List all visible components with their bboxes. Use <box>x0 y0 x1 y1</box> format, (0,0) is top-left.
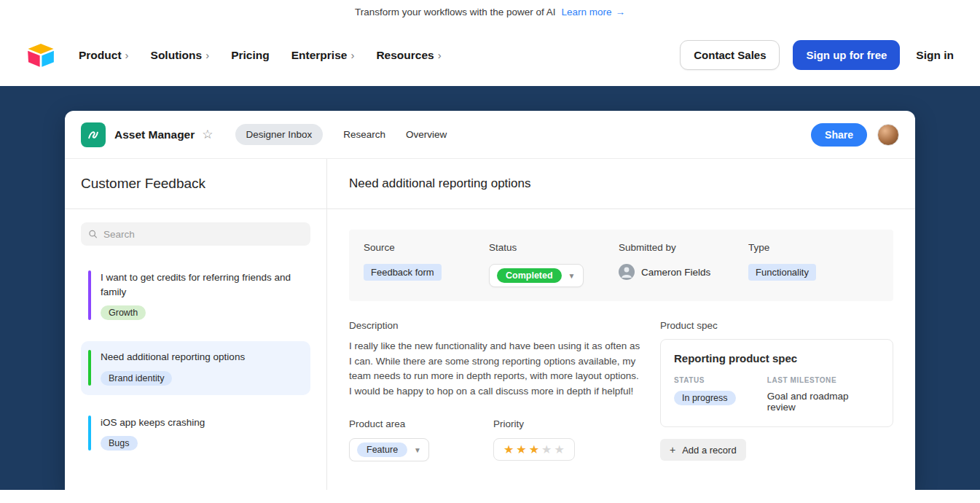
field-status-label: Status <box>489 242 619 253</box>
tab-research[interactable]: Research <box>343 129 385 140</box>
field-type-value[interactable]: Functionality <box>748 264 816 281</box>
feedback-item-title: Need additional reporting options <box>101 350 245 364</box>
nav-pricing-label: Pricing <box>231 49 270 62</box>
feedback-item-ios-crashing[interactable]: iOS app keeps crashing Bugs <box>81 407 310 461</box>
nav-resources[interactable]: Resources › <box>376 49 441 62</box>
app-title: Asset Manager <box>114 128 195 141</box>
person-avatar-icon <box>619 264 635 280</box>
feedback-panel: Customer Feedback I <box>65 159 327 490</box>
feedback-panel-body: I want to get credits for referring frie… <box>65 209 326 473</box>
chevron-right-icon: › <box>438 49 442 61</box>
product-area-select[interactable]: Feature ▼ <box>349 438 429 461</box>
nav-actions: Contact Sales Sign up for free Sign in <box>680 40 954 70</box>
user-avatar[interactable] <box>877 124 899 146</box>
airtable-logo[interactable] <box>26 43 57 68</box>
feedback-item-title: I want to get credits for referring frie… <box>101 270 302 299</box>
star-icon: ★ <box>554 442 564 456</box>
priority-stars[interactable]: ★★★★★ <box>493 438 575 461</box>
page-bottom <box>0 490 980 503</box>
search-input[interactable] <box>103 229 303 240</box>
item-color-bar <box>88 270 91 320</box>
chevron-right-icon: › <box>350 49 354 61</box>
banner-link-label: Learn more <box>562 7 612 17</box>
nav-enterprise[interactable]: Enterprise › <box>291 49 355 62</box>
nav-enterprise-label: Enterprise <box>291 49 348 62</box>
field-submitted-by: Submitted by Cameron Fields <box>619 242 748 287</box>
status-value-pill: Completed <box>497 268 562 283</box>
add-record-button[interactable]: + Add a record <box>660 439 746 461</box>
fields-row: Source Feedback form Status Completed ▼ … <box>349 230 893 301</box>
nav-solutions-label: Solutions <box>151 49 203 62</box>
promo-banner: Transform your workflows with the power … <box>0 0 980 24</box>
description-label: Description <box>349 320 642 331</box>
spec-milestone-value: Goal and roadmap review <box>767 391 879 413</box>
main-nav: Product › Solutions › Pricing Enterprise… <box>0 24 980 86</box>
signin-link[interactable]: Sign in <box>916 49 954 62</box>
product-area-field: Product area Feature ▼ <box>349 418 493 461</box>
product-area-value-pill: Feature <box>357 442 407 457</box>
hero-section: Asset Manager ☆ Designer Inbox Research … <box>0 86 980 490</box>
share-button[interactable]: Share <box>811 123 867 147</box>
star-icon: ★ <box>541 442 552 456</box>
spec-milestone-col: LAST MILESTONE Goal and roadmap review <box>767 376 879 413</box>
field-source: Source Feedback form <box>364 242 489 287</box>
feedback-item-title: iOS app keeps crashing <box>101 416 205 430</box>
add-record-label: Add a record <box>682 445 736 456</box>
search-box[interactable] <box>81 222 310 246</box>
feedback-item-tag: Growth <box>101 305 146 320</box>
tab-overview[interactable]: Overview <box>406 129 447 140</box>
product-spec-card[interactable]: Reporting product spec STATUS In progres… <box>660 339 893 427</box>
product-spec-label: Product spec <box>660 320 893 331</box>
app-tabs: Designer Inbox Research Overview <box>235 124 447 145</box>
arrow-right-icon: → <box>616 7 626 17</box>
signup-button[interactable]: Sign up for free <box>793 40 900 70</box>
star-icon: ★ <box>529 442 539 456</box>
feedback-item-tag: Brand identity <box>101 371 172 386</box>
status-select[interactable]: Completed ▼ <box>489 264 584 287</box>
field-source-label: Source <box>364 242 489 253</box>
nav-links: Product › Solutions › Pricing Enterprise… <box>79 49 442 62</box>
field-type-label: Type <box>748 242 879 253</box>
spec-card-meta: STATUS In progress LAST MILESTONE Goal a… <box>674 376 879 413</box>
description-text: I really like the new functionality and … <box>349 339 642 399</box>
nav-product-label: Product <box>79 49 122 62</box>
feedback-item-referral-credits[interactable]: I want to get credits for referring frie… <box>81 262 310 330</box>
feedback-panel-title: Customer Feedback <box>81 176 310 192</box>
detail-bottom-row: Product area Feature ▼ Priority ★★★★★ <box>349 418 642 461</box>
feedback-item-reporting-options[interactable]: Need additional reporting options Brand … <box>81 341 310 395</box>
contact-sales-button[interactable]: Contact Sales <box>680 40 780 70</box>
submitted-by-name: Cameron Fields <box>641 267 710 278</box>
tab-designer-inbox[interactable]: Designer Inbox <box>235 124 324 145</box>
feedback-panel-header: Customer Feedback <box>65 159 326 209</box>
field-submitted-label: Submitted by <box>619 242 748 253</box>
search-icon <box>88 229 98 239</box>
submitted-by-user[interactable]: Cameron Fields <box>619 264 748 280</box>
detail-left-column: Description I really like the new functi… <box>349 320 642 461</box>
detail-panel-header: Need additional reporting options <box>327 159 915 209</box>
spec-milestone-label: LAST MILESTONE <box>767 376 879 384</box>
nav-resources-label: Resources <box>376 49 434 62</box>
chevron-down-icon: ▼ <box>414 446 421 454</box>
item-color-bar <box>88 416 91 451</box>
nav-pricing[interactable]: Pricing <box>231 49 270 62</box>
detail-panel: Need additional reporting options Source… <box>327 159 915 490</box>
app-window-header: Asset Manager ☆ Designer Inbox Research … <box>65 111 915 159</box>
product-area-label: Product area <box>349 418 493 429</box>
spec-status-col: STATUS In progress <box>674 376 767 413</box>
nav-product[interactable]: Product › <box>79 49 129 62</box>
nav-solutions[interactable]: Solutions › <box>151 49 210 62</box>
detail-panel-body: Source Feedback form Status Completed ▼ … <box>327 209 915 461</box>
favorite-star-icon[interactable]: ☆ <box>202 127 213 142</box>
plus-icon: + <box>670 444 675 456</box>
item-color-bar <box>88 350 91 386</box>
spec-card-title: Reporting product spec <box>674 352 879 364</box>
feedback-item-tag: Bugs <box>101 436 138 451</box>
detail-right-column: Product spec Reporting product spec STAT… <box>660 320 893 461</box>
detail-columns: Description I really like the new functi… <box>349 320 893 461</box>
app-window: Asset Manager ☆ Designer Inbox Research … <box>65 111 915 490</box>
chevron-right-icon: › <box>205 49 209 61</box>
banner-learn-more-link[interactable]: Learn more → <box>562 7 626 17</box>
spec-status-label: STATUS <box>674 376 767 384</box>
field-source-value[interactable]: Feedback form <box>364 264 442 281</box>
spec-status-value: In progress <box>674 391 736 405</box>
